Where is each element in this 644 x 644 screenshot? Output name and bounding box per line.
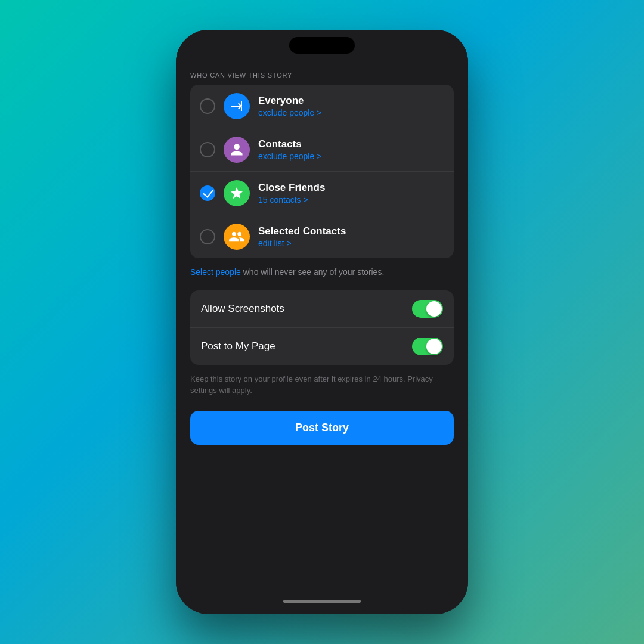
- option-title-everyone: Everyone: [258, 95, 321, 107]
- post-story-button[interactable]: Post Story: [190, 411, 454, 445]
- hint-text: Select people who will never see any of …: [190, 267, 454, 278]
- radio-contacts[interactable]: [200, 142, 215, 157]
- option-selected-contacts[interactable]: Selected Contacts edit list >: [190, 215, 454, 258]
- option-subtitle-close-friends[interactable]: 15 contacts >: [258, 195, 325, 205]
- hint-link[interactable]: Select people: [190, 267, 241, 277]
- toggle-row-page: Post to My Page: [190, 328, 454, 365]
- hint-rest: who will never see any of your stories.: [241, 267, 384, 277]
- option-text-close-friends: Close Friends 15 contacts >: [258, 182, 325, 205]
- option-contacts[interactable]: Contacts exclude people >: [190, 128, 454, 172]
- icon-selected-contacts: [224, 224, 250, 250]
- icon-close-friends: [224, 180, 250, 206]
- option-subtitle-contacts[interactable]: exclude people >: [258, 151, 321, 161]
- option-subtitle-everyone[interactable]: exclude people >: [258, 108, 321, 117]
- option-text-everyone: Everyone exclude people >: [258, 95, 321, 117]
- toggle-screenshots[interactable]: [412, 300, 443, 318]
- home-indicator: [176, 588, 468, 614]
- toggle-knob-screenshots: [426, 301, 442, 317]
- option-close-friends[interactable]: Close Friends 15 contacts >: [190, 172, 454, 215]
- option-subtitle-selected-contacts[interactable]: edit list >: [258, 239, 346, 248]
- toggle-label-screenshots: Allow Screenshots: [201, 303, 284, 315]
- option-title-selected-contacts: Selected Contacts: [258, 225, 346, 237]
- radio-close-friends[interactable]: [200, 185, 215, 201]
- toggles-card: Allow Screenshots Post to My Page: [190, 290, 454, 365]
- toggle-row-screenshots: Allow Screenshots: [190, 290, 454, 328]
- phone-top-bar: [176, 30, 468, 60]
- option-title-close-friends: Close Friends: [258, 182, 325, 194]
- option-text-selected-contacts: Selected Contacts edit list >: [258, 225, 346, 248]
- radio-everyone[interactable]: [200, 98, 215, 114]
- options-card: Everyone exclude people > Contacts exclu…: [190, 85, 454, 258]
- option-title-contacts: Contacts: [258, 138, 321, 150]
- page-note: Keep this story on your profile even aft…: [190, 373, 454, 397]
- option-text-contacts: Contacts exclude people >: [258, 138, 321, 161]
- icon-everyone: [224, 93, 250, 119]
- icon-contacts: [224, 137, 250, 163]
- phone-frame: WHO CAN VIEW THIS STORY Everyone exclude…: [176, 30, 468, 614]
- toggle-label-page: Post to My Page: [201, 340, 275, 352]
- phone-content: WHO CAN VIEW THIS STORY Everyone exclude…: [176, 60, 468, 588]
- radio-selected-contacts[interactable]: [200, 229, 215, 244]
- option-everyone[interactable]: Everyone exclude people >: [190, 85, 454, 128]
- section-label: WHO CAN VIEW THIS STORY: [190, 72, 454, 79]
- home-bar: [283, 600, 361, 603]
- dynamic-island: [289, 37, 355, 54]
- toggle-knob-page: [426, 339, 442, 354]
- toggle-page[interactable]: [412, 338, 443, 355]
